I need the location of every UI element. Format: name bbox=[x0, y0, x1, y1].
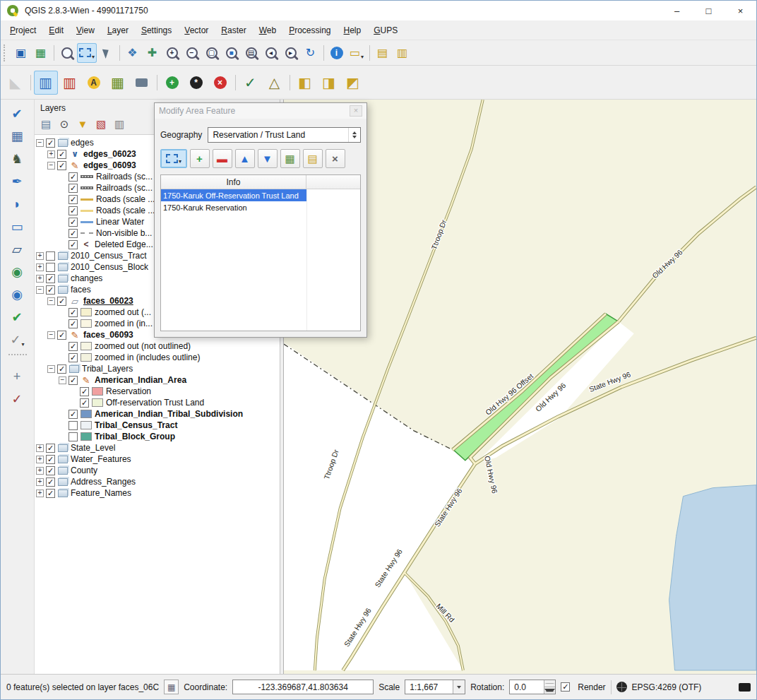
menu-item[interactable]: Help bbox=[338, 22, 368, 39]
layer-visibility-checkbox[interactable] bbox=[46, 477, 55, 487]
layer-visibility-checkbox[interactable] bbox=[57, 150, 66, 159]
save-project-icon[interactable]: ▣ bbox=[11, 43, 31, 63]
layer-visibility-checkbox[interactable] bbox=[68, 421, 78, 430]
identify-features-icon[interactable]: i bbox=[327, 43, 347, 63]
layer-tree-item[interactable]: Tribal_Layers bbox=[35, 363, 280, 374]
tree-expander-icon[interactable] bbox=[36, 490, 44, 497]
layer-visibility-checkbox[interactable] bbox=[68, 353, 78, 362]
menu-item[interactable]: Edit bbox=[42, 22, 70, 39]
layer-visibility-checkbox[interactable] bbox=[46, 251, 55, 261]
tree-expander-icon[interactable] bbox=[36, 444, 44, 452]
tree-expander-icon[interactable] bbox=[47, 365, 55, 373]
info-row[interactable]: 1750-Karuk Reservation bbox=[161, 201, 306, 213]
layer-visibility-checkbox[interactable] bbox=[68, 218, 78, 227]
paste-style-icon[interactable]: ▥ bbox=[393, 43, 412, 63]
layer-visibility-checkbox[interactable] bbox=[46, 466, 55, 475]
layer-visibility-checkbox[interactable] bbox=[68, 195, 78, 204]
tree-expander-icon[interactable] bbox=[36, 139, 44, 147]
dialog-add-icon[interactable]: + bbox=[190, 149, 210, 168]
import-door-a-icon[interactable]: ◧ bbox=[293, 71, 317, 95]
refresh-icon[interactable]: ↻ bbox=[301, 43, 321, 63]
layer-tree-item[interactable]: Tribal_Census_Tract bbox=[35, 420, 280, 431]
dialog-move-down-icon[interactable]: ▼ bbox=[258, 149, 278, 168]
filter-legend-icon[interactable]: ▼ bbox=[73, 115, 92, 132]
layer-tree-item[interactable]: American_Indian_Tribal_Subdivision bbox=[35, 408, 280, 420]
layer-visibility-checkbox[interactable] bbox=[68, 319, 78, 328]
close-button[interactable]: × bbox=[725, 1, 756, 20]
menu-item[interactable]: Raster bbox=[215, 22, 252, 39]
rotation-spinbox[interactable]: 0.0 bbox=[509, 680, 556, 694]
map-composer-icon[interactable]: ▦ bbox=[31, 43, 51, 63]
scale-dropdown-button[interactable] bbox=[453, 680, 465, 694]
dialog-select-tool-icon[interactable]: ▾ bbox=[160, 149, 187, 168]
zoom-to-native-icon[interactable] bbox=[57, 43, 77, 63]
web-globe-icon[interactable]: ◉ bbox=[6, 261, 29, 283]
import-door-b-icon[interactable]: ◨ bbox=[317, 71, 341, 95]
road-graph-icon[interactable]: ✓ bbox=[6, 388, 29, 410]
tree-expander-icon[interactable] bbox=[36, 456, 44, 463]
layer-visibility-checkbox[interactable] bbox=[68, 376, 78, 385]
dialog-form-icon[interactable]: ▤ bbox=[303, 149, 323, 168]
info-column-header[interactable]: Info bbox=[161, 175, 306, 189]
dialog-remove-icon[interactable]: ▬ bbox=[213, 149, 232, 168]
menu-item[interactable]: Layer bbox=[101, 22, 135, 39]
layer-visibility-checkbox[interactable] bbox=[46, 285, 55, 295]
add-group-icon[interactable]: ▤ bbox=[37, 115, 55, 132]
minimize-button[interactable]: – bbox=[661, 1, 693, 20]
layer-visibility-checkbox[interactable] bbox=[68, 432, 78, 441]
tree-expander-icon[interactable] bbox=[36, 467, 44, 475]
star-marker-icon[interactable]: * bbox=[184, 71, 208, 95]
interpolation-icon[interactable]: ◗ bbox=[6, 194, 29, 215]
layer-visibility-checkbox[interactable] bbox=[57, 297, 66, 306]
dialog-close-button[interactable]: × bbox=[350, 105, 362, 117]
layer-visibility-checkbox[interactable] bbox=[57, 331, 66, 340]
layer-visibility-checkbox[interactable] bbox=[46, 489, 55, 498]
layer-visibility-checkbox[interactable] bbox=[68, 308, 78, 317]
layer-visibility-checkbox[interactable] bbox=[46, 274, 55, 283]
measure-icon[interactable]: ▭ ▾ bbox=[347, 43, 366, 63]
layer-tree-item[interactable]: Reservation bbox=[35, 386, 280, 397]
layer-visibility-checkbox[interactable] bbox=[68, 410, 78, 419]
zoom-to-selection-icon[interactable]: ■ bbox=[222, 43, 242, 63]
georeferencer-crosshair-icon[interactable]: + bbox=[6, 366, 29, 387]
zoom-to-layer-icon[interactable]: ▤ bbox=[242, 43, 261, 63]
layer-visibility-checkbox[interactable] bbox=[46, 138, 55, 148]
zoom-full-extent-icon[interactable]: ▢ bbox=[202, 43, 222, 63]
zoom-out-icon[interactable]: − bbox=[182, 43, 202, 63]
pan-to-selection-icon[interactable]: ✚ bbox=[143, 43, 162, 63]
layer-tree-item[interactable]: State_Level bbox=[35, 442, 280, 453]
scale-combobox[interactable]: 1:1,667 bbox=[405, 680, 465, 694]
layer-tree-item[interactable]: zoomed out (not outlined) bbox=[35, 340, 280, 352]
epsg-status-text[interactable]: EPSG:4269 (OTF) bbox=[632, 682, 702, 692]
layer-visibility-checkbox[interactable] bbox=[68, 184, 78, 193]
layer-visibility-icon[interactable]: ⊙ bbox=[55, 115, 73, 132]
spin-up-button[interactable] bbox=[544, 680, 555, 687]
menu-item[interactable]: Project bbox=[4, 22, 42, 39]
zoom-in-icon[interactable]: + bbox=[162, 43, 182, 63]
layer-tree-item[interactable]: Tribal_Block_Group bbox=[35, 431, 280, 442]
select-features-icon[interactable]: ▾ bbox=[77, 43, 97, 63]
layer-tree-item[interactable]: American_Indian_Area bbox=[35, 374, 280, 386]
layer-tree-item[interactable]: Feature_Names bbox=[35, 487, 280, 499]
expand-tree-icon[interactable]: ▧ bbox=[92, 115, 110, 132]
layer-visibility-checkbox[interactable] bbox=[57, 161, 66, 170]
tree-expander-icon[interactable] bbox=[47, 331, 55, 339]
layer-visibility-checkbox[interactable] bbox=[68, 172, 78, 182]
menu-item[interactable]: Web bbox=[253, 22, 282, 39]
label-tool-icon[interactable]: A bbox=[82, 71, 106, 95]
attribute-table-icon[interactable]: ▦ bbox=[106, 71, 130, 95]
coordinate-input[interactable]: -123.369687,41.803634 bbox=[232, 680, 374, 694]
layer-visibility-checkbox[interactable] bbox=[68, 206, 78, 215]
clear-area-feature-tool-icon[interactable]: ▥ bbox=[58, 71, 82, 95]
layer-visibility-checkbox[interactable] bbox=[68, 342, 78, 351]
edit-geometry-icon[interactable]: △ bbox=[263, 71, 287, 95]
menu-item[interactable]: View bbox=[70, 22, 101, 39]
layer-visibility-checkbox[interactable] bbox=[68, 240, 78, 249]
tree-expander-icon[interactable] bbox=[59, 376, 66, 384]
menu-item[interactable]: GUPS bbox=[367, 22, 404, 39]
tree-expander-icon[interactable] bbox=[47, 150, 55, 158]
layer-visibility-checkbox[interactable] bbox=[80, 398, 89, 408]
layer-visibility-checkbox[interactable] bbox=[57, 364, 66, 374]
layer-tree-item[interactable]: County bbox=[35, 465, 280, 476]
copy-style-icon[interactable]: ▤ bbox=[373, 43, 393, 63]
